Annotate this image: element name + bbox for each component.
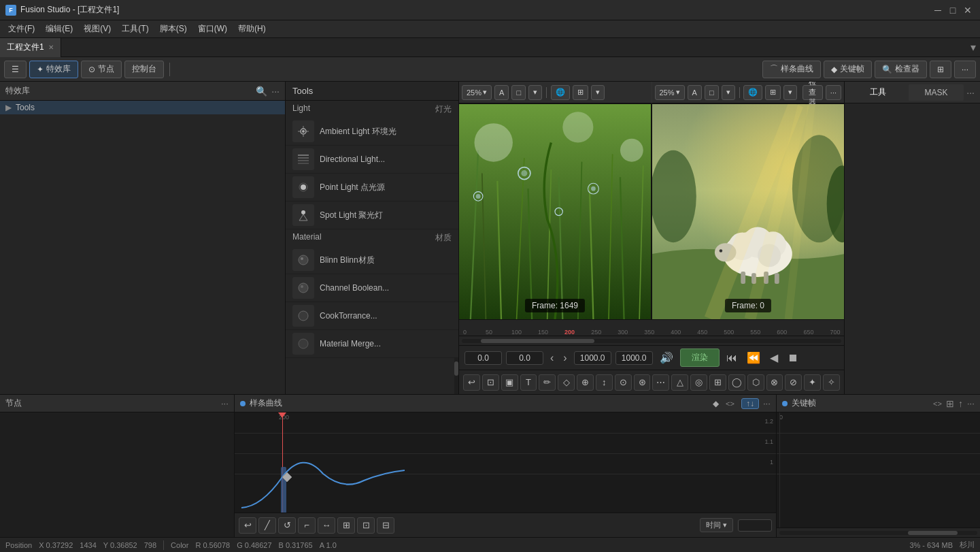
step-back-button[interactable]: ⏪ xyxy=(744,350,763,366)
left-zoom-btn[interactable]: 25% ▾ xyxy=(462,85,492,100)
menu-edit[interactable]: 编辑(E) xyxy=(40,20,78,37)
menu-script[interactable]: 脚本(S) xyxy=(154,20,192,37)
keyframe-canvas[interactable]: 0 xyxy=(777,412,980,527)
prev-keyframe-button[interactable]: ‹ xyxy=(547,351,556,366)
node-more-btn[interactable]: ··· xyxy=(221,398,229,408)
connect-btn[interactable]: ⊗ xyxy=(766,374,783,391)
right-more-btn[interactable]: ▾ xyxy=(783,85,797,100)
menu-tools[interactable]: 工具(T) xyxy=(116,20,154,37)
left-view-more[interactable]: ▾ xyxy=(528,85,542,100)
keyframe-arrows-btn[interactable]: <> xyxy=(933,400,942,408)
tab-close-button[interactable]: ✕ xyxy=(48,44,54,51)
inspector-button[interactable]: 🔍 检查器 xyxy=(875,61,927,78)
left-view-btn[interactable]: □ xyxy=(511,85,526,100)
tab-dropdown[interactable]: ▾ xyxy=(966,41,980,54)
blur-btn[interactable]: ◎ xyxy=(690,374,707,391)
spline-view-mode-btn[interactable]: ↑↓ xyxy=(741,398,759,409)
right-fit-btn[interactable]: A xyxy=(688,85,702,100)
spline-ping-btn[interactable]: ⊡ xyxy=(357,517,375,534)
keyframes-button[interactable]: ◆ 关键帧 xyxy=(824,61,872,78)
effects-lib-button[interactable]: ✦ 特效库 xyxy=(29,61,78,78)
current-frame-field[interactable] xyxy=(506,351,543,365)
maximize-button[interactable]: □ xyxy=(946,3,960,17)
kf-scroll-thumb[interactable] xyxy=(908,531,958,535)
optical-btn[interactable]: ⊘ xyxy=(785,374,802,391)
timeline-scroll-thumb[interactable] xyxy=(481,339,594,343)
project-tab[interactable]: 工程文件1 ✕ xyxy=(0,38,61,57)
keyframe-up-btn[interactable]: ↑ xyxy=(958,398,963,409)
left-globe-btn[interactable]: 🌐 xyxy=(551,85,570,100)
timeline-scroll-track[interactable] xyxy=(462,339,841,343)
spline-corner-btn[interactable]: ⌐ xyxy=(298,517,316,534)
search-icon[interactable]: 🔍 xyxy=(256,86,267,97)
render-end-field[interactable] xyxy=(615,351,653,365)
directional-light-item[interactable]: Directional Light... xyxy=(286,146,458,174)
tools-tree-item[interactable]: ▶ Tools xyxy=(0,101,285,114)
end-frame-field[interactable] xyxy=(574,351,611,365)
io-btn[interactable]: ✧ xyxy=(823,374,840,391)
menu-window[interactable]: 窗口(W) xyxy=(192,20,233,37)
spline-linear-btn[interactable]: ╱ xyxy=(258,517,276,534)
monitor-button[interactable]: ⊞ xyxy=(930,61,951,78)
spline-value-input[interactable] xyxy=(738,519,772,532)
channel-boolean-item[interactable]: Channel Boolean... xyxy=(286,274,458,302)
crop-btn[interactable]: ▣ xyxy=(501,374,518,391)
keyframe-zoom-btn[interactable]: ⊞ xyxy=(946,398,954,409)
node-canvas[interactable] xyxy=(0,412,234,537)
color-btn[interactable]: ⊞ xyxy=(709,374,726,391)
flow-btn[interactable]: ⋯ xyxy=(652,374,669,391)
cook-torrance-item[interactable]: CookTorrance... xyxy=(286,302,458,330)
right-grid-btn[interactable]: ⊞ xyxy=(765,85,781,100)
kf-scroll-track[interactable] xyxy=(779,531,977,535)
particle-btn[interactable]: ⊛ xyxy=(634,374,651,391)
spline-curves-button[interactable]: ⌒ 样条曲线 xyxy=(762,61,821,78)
mask-btn[interactable]: ⊙ xyxy=(615,374,632,391)
inspector-tool-tab[interactable]: 工具 xyxy=(850,84,906,101)
viewer-layout-btn[interactable]: ⊡ xyxy=(482,374,499,391)
paint-btn[interactable]: ✏ xyxy=(539,374,556,391)
right-zoom-btn[interactable]: 25% ▾ xyxy=(655,85,685,100)
right-extra-btn[interactable]: ··· xyxy=(826,85,841,100)
menu-view[interactable]: 视图(V) xyxy=(78,20,116,37)
poly-btn[interactable]: ◇ xyxy=(558,374,575,391)
time-mode-btn[interactable]: 时间 ▾ xyxy=(700,518,733,532)
3d-btn[interactable]: △ xyxy=(671,374,688,391)
spline-loop-btn[interactable]: ⊞ xyxy=(337,517,355,534)
group-btn[interactable]: ⬡ xyxy=(747,374,764,391)
menu-file[interactable]: 文件(F) xyxy=(3,20,40,37)
spline-flat-btn[interactable]: ↔ xyxy=(318,517,335,534)
control-panel-button[interactable]: 控制台 xyxy=(124,61,164,78)
filter-btn[interactable]: ◯ xyxy=(728,374,745,391)
minimize-button[interactable]: ─ xyxy=(931,3,945,17)
left-more-btn[interactable]: ▾ xyxy=(591,85,605,100)
close-button[interactable]: ✕ xyxy=(961,3,975,17)
stereo-btn[interactable]: ✦ xyxy=(804,374,821,391)
right-viewer-pane[interactable]: Frame: 0 xyxy=(652,104,844,319)
right-view-more[interactable]: ▾ xyxy=(722,85,735,100)
ambient-light-item[interactable]: Ambient Light 环境光 xyxy=(286,118,458,146)
left-grid-btn[interactable]: ⊞ xyxy=(573,85,588,100)
left-viewer-pane[interactable]: Frame: 1649 xyxy=(459,104,651,319)
more-icon[interactable]: ··· xyxy=(271,86,280,97)
skip-to-start-button[interactable]: ⏮ xyxy=(724,351,740,366)
select-btn[interactable]: ⊕ xyxy=(577,374,594,391)
spline-arrows-btn[interactable]: <> xyxy=(726,400,734,408)
spot-light-item[interactable]: Spot Light 聚光灯 xyxy=(286,201,458,229)
transform-btn[interactable]: ↕ xyxy=(596,374,613,391)
stop-button[interactable]: ⏹ xyxy=(785,351,801,366)
material-merge-item[interactable]: Material Merge... xyxy=(286,330,458,358)
panel-menu-button[interactable]: ☰ xyxy=(4,61,27,78)
spline-hold-btn[interactable]: ⊟ xyxy=(377,517,394,534)
nodes-button[interactable]: ⊙ 节点 xyxy=(81,61,122,78)
menu-help[interactable]: 帮助(H) xyxy=(233,20,271,37)
left-fit-btn[interactable]: A xyxy=(494,85,509,100)
play-back-button[interactable]: ◀ xyxy=(767,350,781,366)
right-inspector-link[interactable]: 检查器 xyxy=(802,85,823,100)
right-globe-btn[interactable]: 🌐 xyxy=(743,85,762,100)
spline-smooth-btn[interactable]: ↩ xyxy=(239,517,256,534)
point-light-item[interactable]: Point Light 点光源 xyxy=(286,174,458,201)
keyframe-more-btn[interactable]: ··· xyxy=(967,398,975,408)
right-view-btn[interactable]: □ xyxy=(705,85,719,100)
render-button[interactable]: 渲染 xyxy=(680,348,720,367)
spline-ease-btn[interactable]: ↺ xyxy=(278,517,296,534)
